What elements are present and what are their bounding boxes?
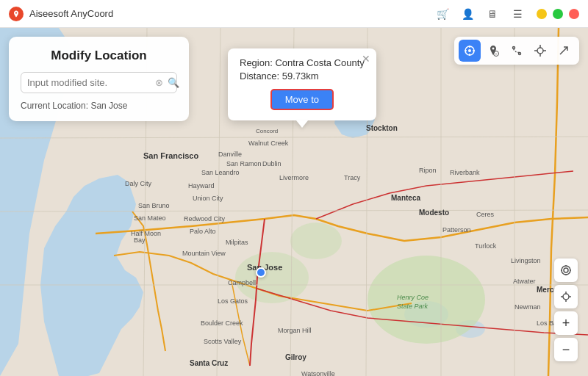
toolbar-route-button[interactable]: [506, 40, 528, 62]
main-area: San Francisco Daly City San Bruno San Ma…: [0, 28, 588, 376]
svg-text:San Bruno: San Bruno: [138, 202, 170, 209]
search-icons: ⊗ 🔍: [155, 78, 179, 87]
svg-text:San Mateo: San Mateo: [134, 214, 166, 222]
toolbar-pin-button[interactable]: +: [482, 40, 504, 62]
svg-text:Milpitas: Milpitas: [226, 239, 248, 246]
svg-point-81: [563, 294, 569, 300]
zoom-in-button[interactable]: +: [554, 311, 578, 335]
svg-text:San Ramon: San Ramon: [226, 160, 262, 167]
toolbar-export-button[interactable]: [553, 40, 575, 62]
user-icon[interactable]: 👤: [457, 4, 478, 24]
svg-text:Stockton: Stockton: [366, 124, 398, 132]
close-button[interactable]: [569, 9, 579, 19]
svg-text:Morgan Hill: Morgan Hill: [278, 327, 312, 334]
panel-title: Modify Location: [21, 48, 177, 63]
svg-point-4: [235, 252, 309, 303]
svg-text:Palo Alto: Palo Alto: [190, 228, 216, 235]
search-icon[interactable]: 🔍: [168, 78, 179, 87]
svg-text:Riverbank: Riverbank: [450, 169, 480, 176]
svg-text:Tracy: Tracy: [344, 174, 361, 181]
map-popup: ✕ Region: Contra Costa County Distance: …: [228, 48, 376, 120]
svg-text:Ceres: Ceres: [476, 211, 495, 218]
search-bar[interactable]: ⊗ 🔍: [21, 72, 177, 93]
geolocate-button[interactable]: [554, 258, 578, 282]
svg-text:Atwater: Atwater: [513, 278, 536, 285]
svg-text:Scotts Valley: Scotts Valley: [204, 338, 242, 345]
search-input[interactable]: [27, 77, 151, 88]
app-title: Aiseesoft AnyCoord: [29, 8, 432, 19]
svg-text:Livingston: Livingston: [511, 257, 541, 264]
bottom-right-controls: + −: [554, 258, 578, 361]
svg-text:Los Gatos: Los Gatos: [218, 297, 248, 305]
popup-distance: Distance: 59.73km: [240, 70, 365, 82]
svg-text:Livermore: Livermore: [279, 174, 309, 181]
svg-text:Turlock: Turlock: [475, 242, 497, 250]
svg-text:Mountain View: Mountain View: [182, 250, 226, 257]
svg-text:San Francisco: San Francisco: [143, 151, 198, 160]
recenter-button[interactable]: [554, 285, 578, 308]
move-to-button[interactable]: Move to: [270, 89, 334, 110]
svg-text:Boulder Creek: Boulder Creek: [201, 319, 243, 327]
svg-point-76: [562, 266, 570, 275]
menu-icon[interactable]: ☰: [507, 4, 528, 24]
popup-region: Region: Contra Costa County: [240, 57, 365, 68]
maximize-button[interactable]: [553, 9, 563, 19]
svg-point-5: [290, 223, 342, 259]
svg-text:Watsonville: Watsonville: [301, 370, 335, 376]
svg-point-70: [537, 48, 543, 54]
svg-text:+: +: [495, 51, 498, 56]
title-bar-actions: 🛒 👤 🖥 ☰: [432, 4, 579, 24]
svg-text:Ripon: Ripon: [419, 167, 437, 174]
svg-text:Modesto: Modesto: [419, 209, 449, 217]
current-location-label: Current Location: San Jose: [21, 101, 177, 111]
svg-text:Concord: Concord: [256, 128, 278, 134]
cart-icon[interactable]: 🛒: [432, 4, 453, 24]
svg-text:State Park: State Park: [397, 303, 429, 310]
svg-text:Walnut Creek: Walnut Creek: [248, 140, 289, 147]
svg-text:San Leandro: San Leandro: [201, 169, 240, 176]
svg-text:Union City: Union City: [193, 195, 223, 202]
svg-point-75: [564, 268, 568, 272]
svg-text:Gilroy: Gilroy: [285, 353, 306, 361]
clear-icon[interactable]: ⊗: [155, 78, 163, 87]
svg-text:Henry Coe: Henry Coe: [397, 294, 429, 301]
svg-text:Campbell: Campbell: [228, 279, 256, 286]
right-toolbar: +: [454, 37, 579, 65]
svg-text:Newman: Newman: [514, 303, 541, 311]
svg-text:Dublin: Dublin: [262, 160, 282, 167]
title-bar: Aiseesoft AnyCoord 🛒 👤 🖥 ☰: [0, 0, 588, 28]
svg-point-61: [468, 49, 471, 52]
window-controls: [537, 9, 579, 19]
svg-text:Danville: Danville: [218, 151, 242, 158]
toolbar-location-button[interactable]: [459, 40, 481, 62]
toolbar-crosshair-button[interactable]: [529, 40, 551, 62]
left-panel: Modify Location ⊗ 🔍 Current Location: Sa…: [9, 37, 189, 121]
location-pin: [256, 267, 266, 278]
svg-text:Redwood City: Redwood City: [184, 215, 226, 223]
svg-text:Hayward: Hayward: [188, 182, 215, 189]
popup-close-icon[interactable]: ✕: [362, 53, 370, 65]
svg-text:Santa Cruz: Santa Cruz: [190, 359, 228, 367]
monitor-icon[interactable]: 🖥: [482, 4, 503, 24]
zoom-out-button[interactable]: −: [554, 338, 578, 361]
svg-text:Bay: Bay: [134, 236, 146, 244]
minimize-button[interactable]: [537, 9, 547, 19]
svg-text:Manteca: Manteca: [391, 194, 420, 202]
app-logo: [9, 7, 24, 21]
svg-text:Daly City: Daly City: [125, 180, 152, 187]
svg-text:Patterson: Patterson: [442, 226, 471, 234]
svg-point-68: [513, 47, 515, 49]
